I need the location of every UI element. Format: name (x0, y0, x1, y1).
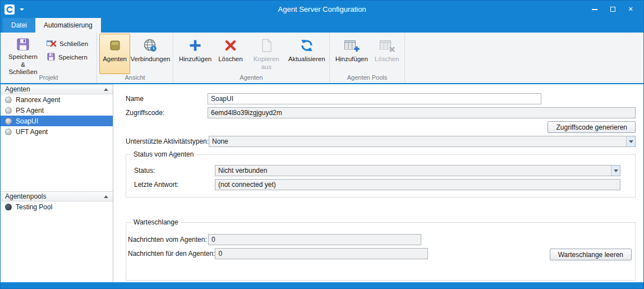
status-bar (1, 282, 643, 288)
close-button[interactable]: ✕ (623, 3, 638, 16)
ribbon-group-agenten-pools: Hinzufügen Löschen Agenten Pools (330, 33, 406, 83)
delete-pool-button[interactable]: Löschen (371, 34, 402, 74)
button-label: Kopieren aus (250, 56, 283, 71)
agents-icon (108, 37, 122, 54)
agent-detail-form: Name Zugriffscode: Zugriffscode generier… (113, 84, 643, 282)
button-label: Hinzufügen (335, 56, 368, 63)
activity-types-label: Unterstützte Aktivitätstypen: (126, 137, 209, 145)
refresh-icon (300, 37, 314, 54)
button-label: Speichern (58, 54, 88, 61)
name-input[interactable] (208, 93, 541, 104)
pools-header-label: Agentenpools (5, 192, 46, 200)
add-icon (188, 37, 203, 54)
sort-ascending-icon (104, 88, 108, 91)
view-agents-button[interactable]: Agenten (99, 34, 130, 74)
group-label-agenten-pools: Agenten Pools (330, 74, 405, 83)
button-label: Agenten (103, 56, 127, 63)
agents-header-label: Agenten (5, 85, 30, 93)
copy-from-button[interactable]: Kopieren aus (246, 34, 287, 74)
activity-types-row: Unterstützte Aktivitätstypen: None (126, 136, 636, 147)
pool-add-icon (344, 37, 360, 54)
chevron-down-icon[interactable] (20, 8, 24, 11)
pools-list-header[interactable]: Agentenpools (1, 191, 113, 201)
view-connections-button[interactable]: Verbindungen (130, 34, 171, 74)
list-item-ranorex-agent[interactable]: Ranorex Agent (1, 94, 113, 105)
maximize-button[interactable] (605, 3, 620, 16)
list-item-label: Ranorex Agent (16, 96, 60, 104)
button-label: Verbindungen (131, 56, 171, 63)
delete-agent-button[interactable]: Löschen (215, 34, 246, 74)
sidebar-spacer (1, 137, 113, 191)
minimize-icon (592, 9, 597, 10)
list-item-label: SoapUI (16, 117, 38, 125)
button-label: Aktualisieren (288, 56, 325, 63)
save-button[interactable]: Speichern (44, 51, 93, 63)
copy-icon (260, 37, 273, 54)
agent-status-icon (5, 107, 12, 114)
tab-datei[interactable]: Datei (3, 18, 35, 33)
close-project-button[interactable]: Schließen (44, 38, 93, 49)
button-label: Hinzufügen (179, 56, 211, 63)
ribbon-group-agenten: Hinzufügen Löschen (173, 33, 330, 83)
list-item-ps-agent[interactable]: PS Agent (1, 105, 113, 116)
last-response-label: Letzte Antwort: (134, 181, 215, 189)
agent-status-icon (5, 118, 12, 125)
list-item-label: UFT Agent (16, 128, 48, 136)
status-group-title: Status vom Agenten (131, 150, 196, 158)
sort-ascending-icon (104, 195, 108, 198)
name-row: Name (126, 93, 636, 104)
list-item-uft-agent[interactable]: UFT Agent (1, 126, 113, 137)
pool-delete-icon (379, 37, 395, 54)
messages-from-row: Nachrichten vom Agenten: (128, 234, 631, 245)
status-dropdown[interactable]: Nicht verbunden (215, 165, 620, 176)
add-pool-button[interactable]: Hinzufügen (332, 34, 371, 74)
save-close-icon (16, 37, 30, 52)
access-code-label: Zugriffscode: (126, 109, 208, 117)
clear-queue-button[interactable]: Warteschlange leeren (550, 249, 632, 260)
main-area: Agenten Ranorex Agent PS Agent SoapUI UF… (1, 84, 643, 282)
save-and-close-button[interactable]: Speichern & Schließen (3, 34, 43, 74)
list-item-soapui[interactable]: SoapUI (1, 116, 113, 126)
maximize-icon (610, 7, 615, 12)
generate-code-row: Zugriffscode generieren (126, 121, 636, 133)
add-agent-button[interactable]: Hinzufügen (176, 34, 215, 74)
button-label: Speichern & Schließen (6, 53, 40, 76)
last-response-field[interactable] (215, 179, 620, 190)
app-window: Agent Server Configuration ✕ Datei Autom… (0, 0, 644, 289)
button-label: Löschen (218, 56, 242, 63)
ribbon-tab-strip: Datei Automatisierung (1, 18, 643, 33)
generate-access-code-button[interactable]: Zugriffscode generieren (548, 121, 636, 133)
agents-list-header[interactable]: Agenten (1, 84, 113, 94)
ribbon: Speichern & Schließen Schließen (1, 33, 643, 84)
messages-from-label: Nachrichten vom Agenten: (128, 236, 208, 244)
close-icon (47, 39, 57, 48)
agent-status-icon (5, 97, 12, 103)
status-label: Status: (134, 167, 215, 175)
group-label-agenten: Agenten (173, 74, 329, 83)
name-label: Name (126, 95, 208, 103)
messages-for-field[interactable] (215, 248, 428, 259)
refresh-button[interactable]: Aktualisieren (287, 34, 327, 74)
last-response-row: Letzte Antwort: (134, 179, 620, 190)
group-label-ansicht: Ansicht (97, 74, 173, 83)
activity-types-dropdown[interactable]: None (209, 136, 636, 147)
sidebar: Agenten Ranorex Agent PS Agent SoapUI UF… (1, 84, 113, 282)
ribbon-group-projekt: Speichern & Schließen Schließen (1, 33, 97, 83)
button-label: Schließen (59, 40, 88, 47)
ribbon-group-ansicht: Agenten Verbindungen Ansich (97, 33, 173, 83)
messages-from-field[interactable] (208, 234, 421, 245)
tab-automatisierung[interactable]: Automatisierung (35, 18, 101, 33)
list-item-testing-pool[interactable]: Testing Pool (1, 201, 113, 212)
list-item-label: PS Agent (16, 107, 44, 114)
dropdown-value: None (212, 137, 228, 145)
minimize-button[interactable] (587, 3, 602, 16)
chevron-down-icon (611, 166, 620, 176)
group-label-projekt: Projekt (1, 74, 96, 83)
button-label: Löschen (375, 56, 399, 63)
access-code-row: Zugriffscode: (126, 107, 636, 118)
agent-status-icon (5, 129, 12, 135)
app-icon[interactable] (4, 4, 15, 15)
messages-for-label: Nachrichten für den Agenten: (128, 250, 215, 258)
window-controls: ✕ (587, 3, 643, 16)
access-code-field[interactable] (208, 107, 636, 118)
